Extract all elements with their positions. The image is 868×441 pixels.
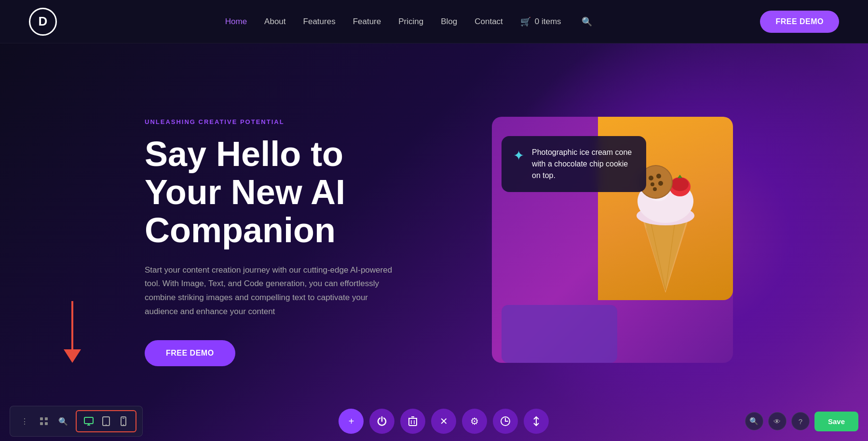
nav-contact[interactable]: Contact [475,17,503,27]
nav-features[interactable]: Features [303,17,336,27]
svg-point-14 [651,182,654,186]
sparkle-icon: ✦ [513,148,524,164]
nav-cart[interactable]: 🛒 0 items [520,16,561,27]
settings-button[interactable]: ⚙ [462,409,487,434]
nav-home[interactable]: Home [225,17,247,27]
toolbar-center: + ✕ ⚙ [339,409,549,434]
trash-button[interactable] [400,409,425,434]
toolbar-right: 🔍 👁 ? Save [745,412,858,431]
tooltip-text: Photographic ice cream cone with a choco… [532,147,635,181]
hero-title-line3: Companion [145,211,336,249]
header-right: FREE DEMO [760,11,839,33]
bottom-toolbar: ⋮ 🔍 [0,401,868,441]
hero-image-area: ✦ Photographic ice cream cone with a cho… [492,117,772,368]
nav-about[interactable]: About [264,17,285,27]
header-free-demo-button[interactable]: FREE DEMO [760,11,839,33]
cart-icon: 🛒 [520,16,531,27]
nav-blog[interactable]: Blog [441,17,457,27]
close-button[interactable]: ✕ [431,409,456,434]
tooltip-card: ✦ Photographic ice cream cone with a cho… [502,136,646,192]
history-button[interactable] [493,409,518,434]
nav-feature[interactable]: Feature [353,17,381,27]
hero-content: UNLEASHING CREATIVE POTENTIAL Say Hello … [145,118,463,366]
svg-point-15 [658,181,663,186]
svg-point-13 [656,174,661,179]
hero-section: UNLEASHING CREATIVE POTENTIAL Say Hello … [0,43,868,441]
hero-eyebrow: UNLEASHING CREATIVE POTENTIAL [145,118,463,125]
io-button[interactable] [524,409,549,434]
hero-title-line2: Your New AI [145,173,345,211]
arrow-annotation [53,301,92,378]
add-button[interactable]: + [339,409,364,434]
save-button[interactable]: Save [814,412,858,431]
zoom-icon[interactable]: 🔍 [745,412,763,430]
svg-point-25 [106,424,107,425]
mobile-icon[interactable] [115,413,132,429]
power-button[interactable] [369,409,394,434]
search-small-icon[interactable]: 🔍 [54,413,72,430]
svg-point-27 [123,424,124,425]
bottom-card [502,305,617,363]
eye-icon[interactable]: 👁 [768,412,787,430]
options-icon[interactable]: ⋮ [16,413,33,430]
header: D Home About Features Feature Pricing Bl… [0,0,868,43]
logo-letter: D [39,14,48,29]
svg-rect-17 [40,417,43,420]
svg-rect-21 [84,417,93,424]
hero-title: Say Hello to Your New AI Companion [145,135,463,250]
hero-description: Start your content creation journey with… [145,263,395,319]
logo[interactable]: D [29,8,57,36]
nav-pricing[interactable]: Pricing [398,17,423,27]
svg-marker-1 [644,218,687,290]
svg-point-9 [671,178,689,191]
svg-point-16 [653,187,657,191]
hero-title-line1: Say Hello to [145,135,343,173]
svg-rect-19 [40,422,43,425]
search-icon[interactable]: 🔍 [582,16,592,27]
hero-free-demo-button[interactable]: FREE DEMO [145,340,235,366]
toolbar-left: ⋮ 🔍 [10,406,143,437]
arrow-line [71,301,73,349]
tablet-icon[interactable] [98,413,114,429]
help-icon[interactable]: ? [791,412,810,430]
svg-point-12 [649,176,653,180]
device-group [76,410,136,432]
cart-count: 0 items [535,17,561,27]
svg-rect-20 [45,422,48,425]
svg-rect-29 [409,418,417,426]
svg-rect-18 [45,417,48,420]
arrow-head [64,349,81,363]
main-nav: Home About Features Feature Pricing Blog… [225,16,592,27]
desktop-icon[interactable] [81,413,97,429]
grid-icon[interactable] [35,413,53,430]
